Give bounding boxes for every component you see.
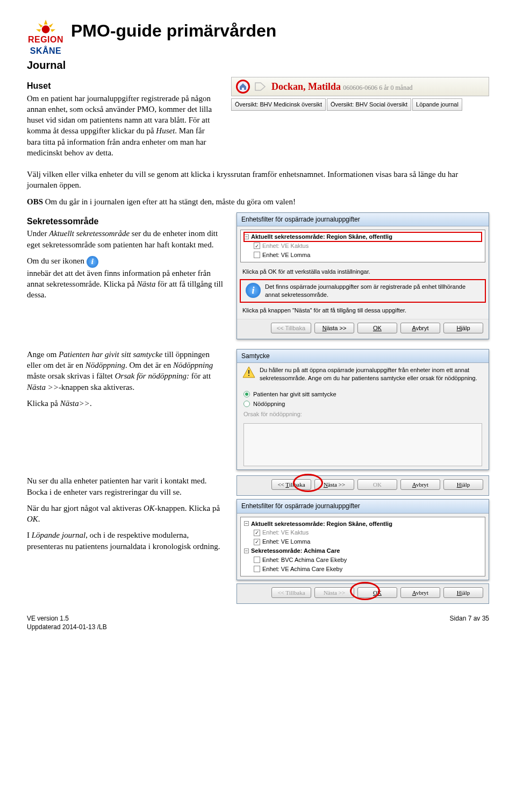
ok-button: OK [357, 479, 397, 490]
dialog-enhetsfilter-1: Enhetsfilter för ospärrade journaluppgif… [236, 212, 489, 339]
house-icon[interactable] [236, 80, 250, 94]
cancel-button[interactable]: Avbryt [400, 323, 440, 333]
checkbox[interactable] [254, 566, 260, 572]
collapse-icon[interactable]: − [244, 521, 249, 526]
tab-medicinsk[interactable]: Översikt: BHV Medicinsk översikt [231, 98, 326, 111]
back-button: << Tillbaka [271, 587, 311, 598]
svg-rect-1 [248, 370, 249, 374]
sekretess-p2: Om du ser ikonen i innebär det att det ä… [27, 255, 226, 300]
tree-item[interactable]: Enhet: VE Kaktus [244, 241, 482, 251]
tree-item[interactable]: Enhet: VE Achima Care Ekeby [244, 565, 482, 574]
page-header: REGION SKÅNE PMO-guide primärvården [27, 16, 489, 57]
tab-lopande[interactable]: Löpande journal [412, 98, 462, 111]
footer-version: VE version 1.5 [27, 614, 107, 623]
button-row-samtycke-bottom: << Tillbaka Nästa >> OK Avbryt Hjälp [236, 475, 489, 496]
red-circle-highlight [350, 582, 380, 600]
tree-top: − Sekretessområde: Achima Care [244, 546, 482, 555]
cancel-button[interactable]: Avbryt [400, 479, 440, 490]
sun-icon [31, 16, 61, 34]
page-footer: VE version 1.5 Uppdaterad 2014-01-13 /LB… [27, 614, 489, 631]
section-journal: Journal [27, 58, 489, 73]
logo-text-skane: SKÅNE [30, 46, 62, 55]
msg-info-row: i Det finns ospärrade journaluppgifter s… [240, 280, 485, 302]
huset-p2: Välj vilken eller vilka enheter du vill … [27, 169, 489, 191]
heading-huset: Huset [27, 80, 220, 92]
footer-page: Sidan 7 av 35 [450, 614, 489, 631]
nuser-p1: Nu ser du alla enheter patienten har var… [27, 475, 226, 497]
back-button: << Tillbaka [271, 323, 311, 333]
info-icon: i [87, 256, 98, 268]
button-row-final: << Tillbaka Nästa >> OK Avbryt Hjälp [236, 583, 489, 604]
msg-ok: Klicka på OK för att verkställa valda in… [237, 266, 489, 278]
nuser-p3: I Löpande journal, och i de respektive m… [27, 530, 226, 552]
patient-name: Dockan, Matilda [271, 81, 341, 92]
patient-details: 060606-0606 6 år 0 månad [343, 84, 412, 91]
checkbox[interactable] [254, 252, 260, 258]
collapse-icon[interactable]: − [244, 549, 249, 553]
checkbox[interactable] [254, 539, 260, 545]
radio-nodoppning[interactable]: Nödöppning [243, 400, 482, 408]
tree-item[interactable]: Enhet: BVC Achima Care Ekeby [244, 555, 482, 565]
orsak-label: Orsak för nödöppning: [243, 410, 482, 418]
sekretess-p1: Under Aktuellt sekretessområde ser du de… [27, 228, 226, 250]
tab-social[interactable]: Översikt: BHV Social översikt [327, 98, 411, 111]
checkbox[interactable] [254, 243, 260, 249]
samtycke-p2: Klicka på Nästa>>. [27, 398, 226, 409]
tree-item[interactable]: Enhet: VE Lomma [244, 251, 482, 260]
collapse-icon[interactable]: − [244, 234, 249, 239]
tree-top: − Aktuellt sekretessområde: Region Skåne… [244, 232, 482, 241]
dialog-title: Enhetsfilter för ospärrade journaluppgif… [237, 500, 489, 513]
nuser-p2: När du har gjort något val aktiveras OK-… [27, 503, 226, 525]
radio-icon[interactable] [243, 391, 250, 397]
radio-icon[interactable] [243, 401, 250, 407]
svg-point-0 [41, 25, 49, 33]
unit-tree-2: − Aktuellt sekretessområde: Region Skåne… [240, 517, 485, 576]
patient-header-screenshot: Dockan, Matilda 060606-0606 6 år 0 månad… [231, 77, 489, 111]
orsak-textarea [243, 423, 482, 466]
region-skane-logo: REGION SKÅNE [27, 16, 64, 57]
help-button[interactable]: Hjälp [443, 323, 483, 333]
logo-text-region: REGION [28, 35, 63, 44]
checkbox[interactable] [254, 530, 260, 536]
page-title: PMO-guide primärvården [71, 19, 276, 42]
dialog-enhetsfilter-2: Enhetsfilter för ospärrade journaluppgif… [236, 499, 489, 580]
radio-samtycke[interactable]: Patienten har givit sitt samtycke [243, 390, 482, 398]
help-button[interactable]: Hjälp [443, 479, 483, 490]
svg-rect-2 [248, 375, 249, 376]
heading-sekretess: Sekretessområde [27, 216, 226, 227]
cancel-button[interactable]: Avbryt [400, 587, 440, 598]
huset-p1: Om en patient har journaluppgifter regis… [27, 93, 220, 159]
tag-icon [254, 81, 267, 92]
dialog-title: Enhetsfilter för ospärrade journaluppgif… [237, 213, 489, 226]
unit-tree: − Aktuellt sekretessområde: Region Skåne… [240, 230, 485, 262]
huset-p3: OBS Om du går in i journalen igen efter … [27, 196, 489, 207]
tree-item[interactable]: Enhet: VE Lomma [244, 537, 482, 546]
dialog-title: Samtycke [237, 350, 489, 363]
ok-button[interactable]: OK [357, 323, 397, 333]
msg-next: Klicka på knappen "Nästa" för att få til… [237, 304, 489, 319]
checkbox[interactable] [254, 557, 260, 563]
next-button[interactable]: Nästa >> [314, 323, 354, 333]
tree-item[interactable]: Enhet: VE Kaktus [244, 528, 482, 537]
footer-updated: Uppdaterad 2014-01-13 /LB [27, 623, 107, 631]
tree-top: − Aktuellt sekretessområde: Region Skåne… [244, 519, 482, 529]
info-icon: i [246, 283, 261, 298]
samtycke-p1: Ange om Patienten har givit sitt samtyck… [27, 349, 226, 393]
help-button[interactable]: Hjälp [443, 587, 483, 598]
warning-icon [242, 366, 255, 378]
next-button: Nästa >> [314, 587, 354, 598]
samtycke-msg: Du håller nu på att öppna ospärrade jour… [237, 363, 489, 386]
dialog-samtycke: Samtycke Du håller nu på att öppna ospär… [236, 349, 489, 470]
